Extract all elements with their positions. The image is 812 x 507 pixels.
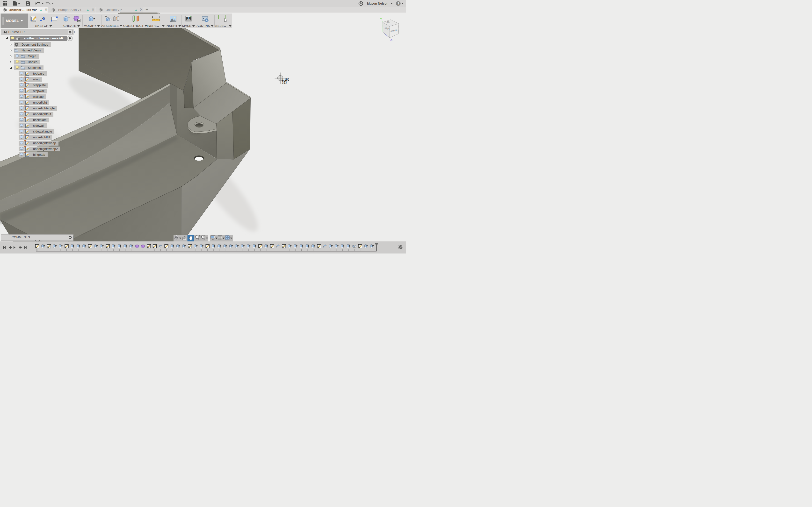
svg-text:Y: Y bbox=[380, 17, 382, 21]
svg-text:Z: Z bbox=[390, 38, 393, 42]
svg-text:?: ? bbox=[397, 2, 400, 6]
svg-text:TOP: TOP bbox=[386, 21, 391, 24]
svg-text:323: 323 bbox=[282, 81, 287, 84]
